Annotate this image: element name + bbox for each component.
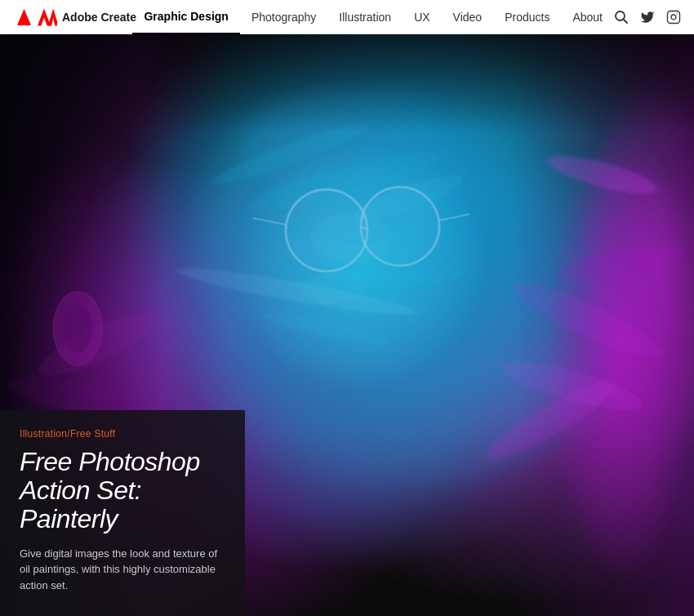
nav-item-products[interactable]: Products: [493, 0, 561, 34]
caption-title: Free Photoshop Action Set: Painterly: [20, 448, 225, 534]
nav-item-video[interactable]: Video: [442, 0, 494, 34]
twitter-icon[interactable]: [640, 10, 655, 25]
main-nav: Graphic Design Photography Illustration …: [132, 0, 614, 34]
adobe-logo-icon: [13, 7, 33, 27]
svg-point-5: [671, 15, 676, 20]
nav-item-photography[interactable]: Photography: [240, 0, 327, 34]
logo-area[interactable]: Adobe Create: [13, 7, 132, 27]
caption-category: Illustration/Free Stuff: [20, 428, 225, 440]
search-icon[interactable]: [614, 10, 629, 25]
hero-section: Illustration/Free Stuff Free Photoshop A…: [0, 34, 694, 616]
svg-rect-4: [668, 11, 680, 23]
caption-box: Illustration/Free Stuff Free Photoshop A…: [0, 410, 245, 616]
svg-line-3: [624, 19, 628, 23]
logo-text: Adobe Create: [62, 11, 136, 24]
adobe-logo-icon-2: [38, 7, 57, 27]
instagram-icon[interactable]: [666, 10, 681, 25]
nav-item-illustration[interactable]: Illustration: [327, 0, 403, 34]
caption-description: Give digital images the look and texture…: [20, 546, 225, 594]
nav-item-ux[interactable]: UX: [403, 0, 441, 34]
svg-point-6: [677, 13, 678, 14]
nav-item-graphic-design[interactable]: Graphic Design: [132, 0, 239, 34]
nav-item-about[interactable]: About: [561, 0, 614, 34]
header-icons: [614, 10, 681, 25]
svg-point-27: [63, 304, 92, 353]
site-header: Adobe Create Graphic Design Photography …: [0, 0, 694, 34]
